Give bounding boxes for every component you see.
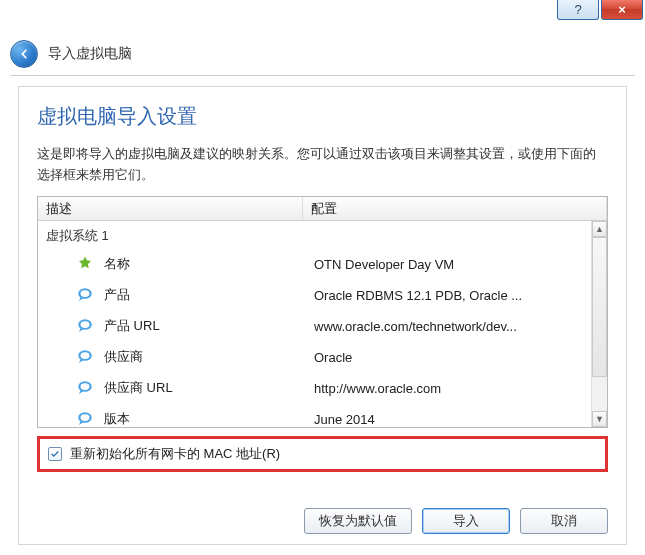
table-group[interactable]: 虚拟系统 1 (38, 221, 591, 249)
close-button[interactable]: × (601, 0, 643, 20)
bubble-icon (76, 286, 94, 304)
bubble-icon (76, 348, 94, 366)
row-value: Oracle (314, 350, 591, 365)
row-key: 供应商 URL (104, 379, 314, 397)
col-desc-header[interactable]: 描述 (38, 197, 303, 220)
table-row[interactable]: 名称 OTN Developer Day VM (38, 249, 591, 280)
table-row[interactable]: 供应商 Oracle (38, 342, 591, 373)
row-key: 供应商 (104, 348, 314, 366)
restore-defaults-button[interactable]: 恢复为默认值 (304, 508, 412, 534)
bubble-icon (76, 379, 94, 397)
page-description: 这是即将导入的虚拟电脑及建议的映射关系。您可以通过双击该项目来调整其设置，或使用… (37, 144, 608, 186)
row-key: 名称 (104, 255, 314, 273)
row-value: www.oracle.com/technetwork/dev... (314, 319, 591, 334)
page-title: 虚拟电脑导入设置 (37, 103, 608, 130)
row-value: OTN Developer Day VM (314, 257, 591, 272)
row-key: 产品 URL (104, 317, 314, 335)
window-title: 导入虚拟电脑 (48, 45, 132, 63)
arrow-left-icon (17, 47, 31, 61)
help-button[interactable]: ? (557, 0, 599, 20)
table-row[interactable]: 产品 Oracle RDBMS 12.1 PDB, Oracle ... (38, 280, 591, 311)
cancel-button[interactable]: 取消 (520, 508, 608, 534)
check-icon (50, 449, 60, 459)
vertical-scrollbar[interactable]: ▲ ▼ (591, 221, 607, 427)
table-row[interactable]: 产品 URL www.oracle.com/technetwork/dev... (38, 311, 591, 342)
scroll-up-button[interactable]: ▲ (592, 221, 607, 237)
bubble-icon (76, 317, 94, 335)
svg-point-1 (81, 290, 90, 297)
table-row[interactable]: 供应商 URL http://www.oracle.com (38, 373, 591, 404)
checkbox-label: 重新初始化所有网卡的 MAC 地址(R) (70, 445, 280, 463)
scroll-down-button[interactable]: ▼ (592, 411, 607, 427)
svg-point-5 (81, 352, 90, 359)
scroll-thumb[interactable] (592, 237, 607, 377)
main-panel: 虚拟电脑导入设置 这是即将导入的虚拟电脑及建议的映射关系。您可以通过双击该项目来… (18, 86, 627, 545)
row-value: http://www.oracle.com (314, 381, 591, 396)
row-value: Oracle RDBMS 12.1 PDB, Oracle ... (314, 288, 591, 303)
table-row[interactable]: 版本 June 2014 (38, 404, 591, 427)
button-row: 恢复为默认值 导入 取消 (304, 508, 608, 534)
import-button[interactable]: 导入 (422, 508, 510, 534)
svg-point-3 (81, 321, 90, 328)
row-value: June 2014 (314, 412, 591, 427)
reinit-mac-checkbox-row[interactable]: 重新初始化所有网卡的 MAC 地址(R) (37, 436, 608, 472)
name-icon (76, 255, 94, 273)
table-body: 虚拟系统 1 名称 OTN Developer Day VM 产品 Oracle… (38, 221, 591, 427)
table-header: 描述 配置 (38, 197, 607, 221)
checkbox[interactable] (48, 447, 62, 461)
back-button[interactable] (10, 40, 38, 68)
col-config-header[interactable]: 配置 (303, 197, 607, 220)
svg-point-9 (81, 414, 90, 421)
svg-point-7 (81, 383, 90, 390)
bubble-icon (76, 410, 94, 427)
row-key: 版本 (104, 410, 314, 427)
settings-table: 描述 配置 虚拟系统 1 名称 OTN Developer Day VM 产品 … (37, 196, 608, 428)
row-key: 产品 (104, 286, 314, 304)
